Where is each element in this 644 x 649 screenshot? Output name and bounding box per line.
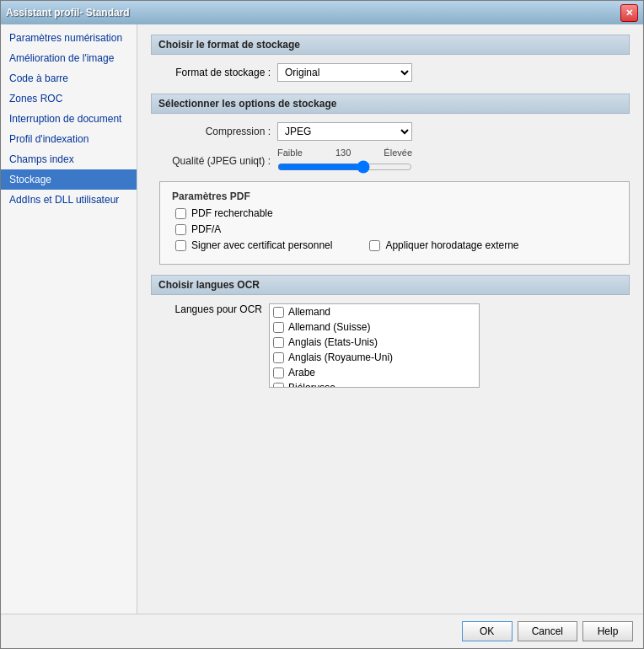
language-listbox[interactable]: AllemandAllemand (Suisse)Anglais (Etats-… [269, 303, 480, 388]
list-item[interactable]: Allemand (Suisse) [270, 319, 479, 335]
main-window: Assistant profil- Standard ✕ Paramètres … [0, 0, 644, 649]
ocr-row: Langues pour OCR AllemandAllemand (Suiss… [151, 303, 630, 388]
horodatage-checkbox[interactable] [369, 240, 380, 251]
pdf-recherchable-checkbox[interactable] [175, 208, 186, 219]
pdf-recherchable-label: PDF recherchable [191, 207, 273, 219]
ocr-label: Langues pour OCR [159, 303, 269, 315]
pdf-advanced-options: Signer avec certificat personnel Appliqu… [172, 239, 617, 255]
sidebar-item-numerisation[interactable]: Paramètres numérisation [1, 28, 137, 48]
format-label: Format de stockage : [159, 67, 277, 78]
sidebar-item-champs-index[interactable]: Champs index [1, 149, 137, 169]
compression-label: Compression : [159, 126, 277, 137]
horodatage-row: Appliquer horodatage externe [366, 239, 518, 251]
main-panel: Choisir le format de stockage Format de … [137, 24, 643, 614]
lang-checkbox[interactable] [273, 352, 284, 363]
sidebar-item-zones-roc[interactable]: Zones ROC [1, 88, 137, 109]
help-button[interactable]: Help [582, 621, 633, 641]
pdf-params-box: Paramètres PDF PDF recherchable PDF/A Si… [159, 181, 630, 265]
sidebar: Paramètres numérisationAmélioration de l… [1, 24, 137, 614]
ocr-section-header: Choisir langues OCR [151, 275, 630, 295]
quality-label: Qualité (JPEG uniqt) : [159, 155, 277, 167]
sidebar-item-addins[interactable]: AddIns et DLL utilisateur [1, 190, 137, 210]
quality-low: Faible [277, 148, 303, 158]
quality-slider[interactable] [277, 159, 412, 174]
compression-row: Compression : JPEGLZWZIPNone [151, 122, 630, 141]
list-item[interactable]: Anglais (Etats-Unis) [270, 335, 479, 350]
content-area: Paramètres numérisationAmélioration de l… [1, 24, 643, 614]
sidebar-item-stockage[interactable]: Stockage [1, 169, 137, 190]
pdf-a-row: PDF/A [172, 223, 617, 235]
quality-mid: 130 [335, 148, 351, 158]
lang-checkbox[interactable] [273, 307, 284, 318]
lang-checkbox[interactable] [273, 367, 284, 378]
quality-high: Élevée [384, 148, 412, 158]
lang-checkbox[interactable] [273, 322, 284, 333]
sidebar-item-profil-indexation[interactable]: Profil d'indexation [1, 129, 137, 149]
sidebar-item-code-barre[interactable]: Code à barre [1, 68, 137, 88]
close-button[interactable]: ✕ [620, 4, 638, 22]
list-item[interactable]: Anglais (Royaume-Uni) [270, 350, 479, 365]
pdf-recherchable-row: PDF recherchable [172, 207, 617, 219]
quality-ticks: Faible 130 Élevée [277, 148, 412, 158]
window-title: Assistant profil- Standard [6, 7, 130, 19]
title-bar-controls: ✕ [620, 4, 638, 22]
quality-row: Qualité (JPEG uniqt) : Faible 130 Élevée [151, 148, 630, 174]
cancel-button[interactable]: Cancel [518, 621, 577, 641]
format-row: Format de stockage : OriginalPDFTIFFJPEG [151, 63, 630, 82]
sidebar-item-interruption[interactable]: Interruption de document [1, 109, 137, 129]
list-item[interactable]: Arabe [270, 365, 479, 380]
list-item[interactable]: Biélorusse [270, 380, 479, 388]
lang-checkbox[interactable] [273, 337, 284, 348]
storage-options-header: Sélectionner les options de stockage [151, 94, 630, 114]
pdf-section: PDF recherchable PDF/A Signer avec certi… [172, 207, 617, 255]
pdf-a-checkbox[interactable] [175, 224, 186, 235]
list-item[interactable]: Allemand [270, 304, 479, 319]
ok-button[interactable]: OK [462, 621, 513, 641]
signer-label: Signer avec certificat personnel [191, 239, 332, 251]
title-bar: Assistant profil- Standard ✕ [1, 1, 643, 24]
quality-scale: Faible 130 Élevée [277, 148, 412, 174]
compression-select[interactable]: JPEGLZWZIPNone [277, 122, 412, 141]
footer: OK Cancel Help [1, 614, 643, 648]
format-section-header: Choisir le format de stockage [151, 35, 630, 55]
pdf-a-label: PDF/A [191, 223, 221, 235]
signer-checkbox[interactable] [175, 240, 186, 251]
lang-checkbox[interactable] [273, 383, 284, 389]
format-select[interactable]: OriginalPDFTIFFJPEG [277, 63, 412, 82]
signer-row: Signer avec certificat personnel [172, 239, 332, 251]
sidebar-item-amelioration[interactable]: Amélioration de l'image [1, 48, 137, 68]
horodatage-label: Appliquer horodatage externe [385, 239, 518, 251]
pdf-title: Paramètres PDF [172, 190, 617, 202]
